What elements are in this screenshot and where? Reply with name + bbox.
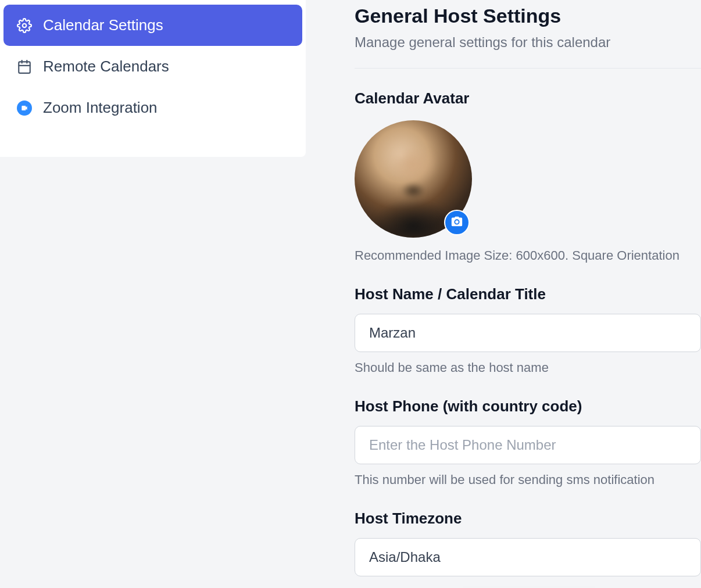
avatar-help-text: Recommended Image Size: 600x600. Square … xyxy=(355,248,701,263)
svg-point-0 xyxy=(23,23,27,27)
page-title: General Host Settings xyxy=(355,5,701,27)
svg-rect-1 xyxy=(19,62,30,73)
avatar-section: Calendar Avatar Recommended Image Size: … xyxy=(355,89,701,263)
settings-sidebar: Calendar Settings Remote Calendars Zoom … xyxy=(0,0,306,157)
sidebar-item-remote-calendars[interactable]: Remote Calendars xyxy=(3,46,302,87)
current-datetime-value: 2024-02-06 09:32 xyxy=(463,586,595,588)
gear-icon xyxy=(16,17,33,34)
divider xyxy=(355,68,701,69)
camera-icon xyxy=(450,215,463,230)
sidebar-item-zoom-integration[interactable]: Zoom Integration xyxy=(3,87,302,128)
host-phone-group: Host Phone (with country code) This numb… xyxy=(355,397,701,487)
avatar-label: Calendar Avatar xyxy=(355,89,701,107)
zoom-icon xyxy=(16,100,33,116)
host-name-help: Should be same as the host name xyxy=(355,360,701,375)
host-timezone-group: Host Timezone Asia/Dhaka Current DateTim… xyxy=(355,510,701,588)
sidebar-item-label: Remote Calendars xyxy=(43,58,169,76)
host-phone-input[interactable] xyxy=(355,426,701,464)
host-name-label: Host Name / Calendar Title xyxy=(355,285,701,303)
host-phone-help: This number will be used for sending sms… xyxy=(355,472,701,487)
host-phone-label: Host Phone (with country code) xyxy=(355,397,701,415)
main-content: General Host Settings Manage general set… xyxy=(306,0,701,588)
calendar-icon xyxy=(16,59,33,75)
host-name-group: Host Name / Calendar Title Should be sam… xyxy=(355,285,701,375)
host-timezone-select[interactable]: Asia/Dhaka xyxy=(355,538,701,576)
host-timezone-label: Host Timezone xyxy=(355,510,701,528)
sidebar-item-label: Calendar Settings xyxy=(43,16,163,34)
host-timezone-value: Asia/Dhaka xyxy=(369,549,441,565)
sidebar-item-label: Zoom Integration xyxy=(43,99,158,117)
host-name-input[interactable] xyxy=(355,314,701,352)
change-avatar-button[interactable] xyxy=(444,210,470,235)
page-subtitle: Manage general settings for this calenda… xyxy=(355,34,701,51)
avatar-wrapper xyxy=(355,120,472,238)
sidebar-item-calendar-settings[interactable]: Calendar Settings xyxy=(3,5,302,46)
